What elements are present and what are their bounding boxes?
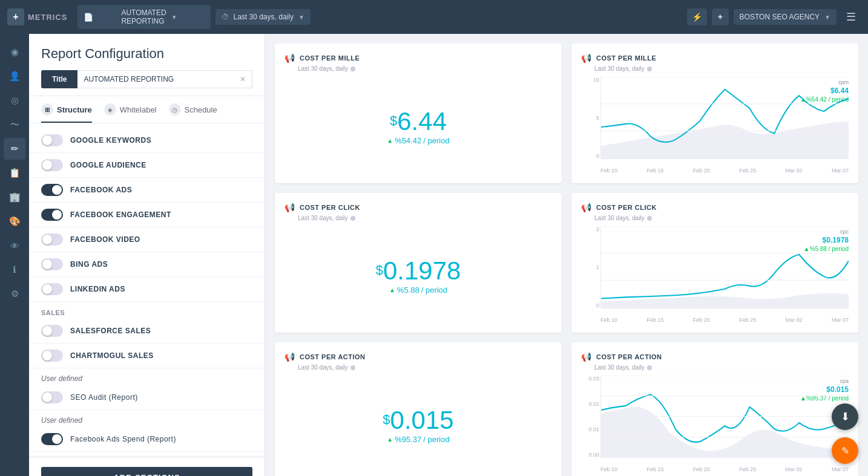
sidebar-icon-billing[interactable]: ⚙ bbox=[4, 283, 25, 305]
cpa-period: / period bbox=[423, 435, 449, 444]
sidebar-icon-edit[interactable]: ✏ bbox=[4, 138, 25, 160]
time-dropdown[interactable]: ⏱ Last 30 days, daily ▼ bbox=[215, 9, 311, 25]
cpa-x-feb25: Feb 25 bbox=[739, 466, 756, 472]
cpc-chart-subtitle: Last 30 days, daily bbox=[594, 215, 849, 221]
cpc-y-0: 0 bbox=[581, 302, 599, 308]
sidebar-icon-color[interactable]: 🎨 bbox=[4, 210, 25, 232]
cpc-value: $0.1978 bbox=[376, 256, 461, 285]
lightning-button[interactable]: ⚡ bbox=[687, 8, 707, 25]
cpc-subtitle-text: Last 30 days, daily bbox=[298, 215, 348, 221]
cpa-y-002: 0.02 bbox=[581, 401, 599, 407]
cpa-x-feb20: Feb 20 bbox=[693, 466, 710, 472]
section-label-salesforce: SALESFORCE SALES bbox=[70, 327, 151, 335]
section-item-google-audience: GOOGLE AUDIENCE bbox=[29, 153, 265, 178]
cpa-value: $0.015 bbox=[383, 406, 453, 435]
cpa-chart-plot bbox=[600, 376, 849, 458]
tab-whitelabel[interactable]: ◈ Whitelabel bbox=[104, 103, 157, 123]
cpm-chart-subtitle-text: Last 30 days, daily bbox=[594, 65, 645, 72]
report-dropdown[interactable]: 📄 AUTOMATED REPORTING ▼ bbox=[77, 5, 211, 29]
cpm-chart-icon: 📢 bbox=[581, 53, 591, 63]
cpa-y-000: 0.00 bbox=[581, 452, 599, 458]
cpc-x-feb20: Feb 20 bbox=[693, 317, 710, 323]
cpc-x-feb10: Feb 10 bbox=[600, 317, 617, 323]
title-tab[interactable]: Title bbox=[41, 70, 77, 88]
cpm-card-title: COST PER MILLE bbox=[300, 54, 360, 62]
top-navigation: + METRICS 📄 AUTOMATED REPORTING ▼ ⏱ Last… bbox=[0, 0, 868, 34]
toggle-fb-ads-spend[interactable] bbox=[41, 433, 63, 445]
toggle-bing-ads[interactable] bbox=[41, 258, 63, 270]
cpa-info-dot bbox=[350, 365, 355, 370]
report-dropdown-label: AUTOMATED REPORTING bbox=[121, 8, 166, 25]
star-button[interactable]: ✦ bbox=[712, 8, 729, 25]
cpm-change: ▲ %54.42 / period bbox=[387, 136, 449, 145]
whitelabel-icon: ◈ bbox=[104, 103, 116, 116]
add-sections-button[interactable]: ADD SECTIONS bbox=[41, 467, 252, 476]
toggle-google-audience[interactable] bbox=[41, 159, 63, 171]
tab-schedule[interactable]: ◷ Schedule bbox=[169, 103, 217, 123]
sidebar-icon-user-profile[interactable]: 👁 bbox=[4, 235, 25, 256]
sidebar-icon-settings[interactable]: 🏢 bbox=[4, 186, 25, 208]
hamburger-menu[interactable]: ☰ bbox=[841, 8, 861, 26]
cpc-y-1: 1 bbox=[581, 264, 599, 270]
cpc-chart-card: 📢 COST PER CLICK Last 30 days, daily cpc… bbox=[571, 193, 858, 333]
section-item-linkedin-ads: LINKEDIN ADS bbox=[29, 277, 265, 302]
section-label-facebook-engagement: FACEBOOK ENGAGEMENT bbox=[70, 210, 171, 219]
cpc-change: ▲ %5.88 / period bbox=[389, 285, 447, 295]
section-label-chartmogul: CHARTMOGUL SALES bbox=[70, 351, 154, 360]
title-clear-button[interactable]: ✕ bbox=[240, 75, 246, 83]
left-icon-bar: ◉ 👤 ◎ 〜 ✏ 📋 🏢 🎨 👁 ℹ ⚙ bbox=[0, 34, 29, 476]
section-label-google-audience: GOOGLE AUDIENCE bbox=[70, 161, 146, 169]
toggle-chartmogul[interactable] bbox=[41, 350, 63, 362]
cpm-x-feb15: Feb 15 bbox=[646, 168, 663, 174]
report-icon: 📄 bbox=[84, 13, 117, 22]
fab-edit-button[interactable]: ✎ bbox=[832, 437, 858, 464]
cpm-chart-subtitle: Last 30 days, daily bbox=[594, 65, 849, 72]
cpc-chart-header: 📢 COST PER CLICK bbox=[581, 203, 849, 212]
cpa-chart-subtitle: Last 30 days, daily bbox=[594, 364, 849, 371]
cpc-x-labels: Feb 10 Feb 15 Feb 20 Feb 25 Mar 02 Mar 0… bbox=[600, 317, 849, 323]
toggle-salesforce[interactable] bbox=[41, 325, 63, 337]
cpc-y-2: 2 bbox=[581, 226, 599, 232]
tab-structure[interactable]: ⊞ Structure bbox=[41, 103, 92, 123]
sidebar-icon-info[interactable]: ℹ bbox=[4, 259, 25, 281]
sidebar-icon-dashboard[interactable]: ◉ bbox=[4, 41, 25, 63]
toggle-seo-audit[interactable] bbox=[41, 391, 63, 403]
section-item-facebook-video: FACEBOOK VIDEO bbox=[29, 227, 265, 252]
cpc-x-mar02: Mar 02 bbox=[786, 317, 803, 323]
cpm-card-icon: 📢 bbox=[284, 53, 295, 63]
cpc-chart-info-dot bbox=[647, 216, 652, 221]
logo: + METRICS bbox=[7, 8, 68, 25]
cpa-y-axis: 0.03 0.02 0.01 0.00 bbox=[581, 376, 599, 458]
cpa-change: ▲ %95.37 / period bbox=[387, 435, 449, 444]
cpm-number: 6.44 bbox=[397, 107, 447, 135]
cpa-x-mar07: Mar 07 bbox=[832, 466, 849, 472]
cpm-percent: %54.42 bbox=[395, 136, 421, 145]
tab-whitelabel-label: Whitelabel bbox=[120, 105, 157, 114]
section-item-seo-audit: SEO Audit (Report) bbox=[29, 385, 265, 410]
section-label-bing-ads: BING ADS bbox=[70, 260, 108, 269]
sidebar-icon-analytics[interactable]: ◎ bbox=[4, 90, 25, 111]
toggle-google-keywords[interactable] bbox=[41, 134, 63, 146]
toggle-facebook-ads[interactable] bbox=[41, 184, 63, 196]
toggle-linkedin-ads[interactable] bbox=[41, 283, 63, 295]
report-dropdown-chevron: ▼ bbox=[171, 14, 205, 21]
sidebar-icon-trends[interactable]: 〜 bbox=[4, 114, 25, 135]
nav-actions: ⚡ ✦ BOSTON SEO AGENCY ▼ ☰ bbox=[687, 8, 861, 26]
panel-sub-tabs: ⊞ Structure ◈ Whitelabel ◷ Schedule bbox=[29, 96, 265, 123]
cpc-chart-subtitle-text: Last 30 days, daily bbox=[594, 215, 645, 221]
section-item-fb-ads-spend: Facebook Ads Spend (Report) bbox=[29, 427, 265, 452]
cpm-chart-plot bbox=[600, 77, 849, 159]
title-input[interactable]: AUTOMATED REPORTING ✕ bbox=[77, 70, 252, 88]
cpa-arrow: ▲ bbox=[387, 436, 393, 443]
fab-download-button[interactable]: ⬇ bbox=[832, 403, 858, 430]
toggle-facebook-video[interactable] bbox=[41, 233, 63, 246]
section-item-salesforce: SALESFORCE SALES bbox=[29, 319, 265, 344]
agency-dropdown[interactable]: BOSTON SEO AGENCY ▼ bbox=[734, 9, 837, 25]
cpa-chart-subtitle-text: Last 30 days, daily bbox=[594, 364, 645, 371]
cpm-card-header: 📢 COST PER MILLE bbox=[284, 53, 552, 63]
user-defined-label-1: User defined bbox=[29, 368, 265, 385]
sidebar-icon-users[interactable]: 👤 bbox=[4, 65, 25, 87]
agency-name: BOSTON SEO AGENCY bbox=[740, 13, 820, 21]
toggle-facebook-engagement[interactable] bbox=[41, 209, 63, 221]
sidebar-icon-reports[interactable]: 📋 bbox=[4, 162, 25, 184]
